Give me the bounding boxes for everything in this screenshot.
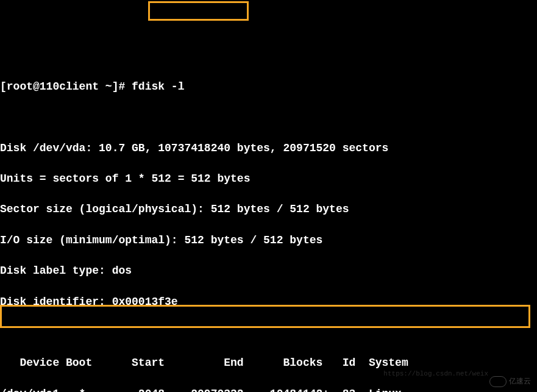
disk-units: Units = sectors of 1 * 512 = 512 bytes bbox=[0, 171, 537, 187]
disk-label: Disk label type: dos bbox=[0, 263, 537, 279]
terminal-output: [root@110client ~]# fdisk -l Disk /dev/v… bbox=[0, 62, 537, 392]
highlight-command-box bbox=[148, 1, 249, 21]
partition-row: /dev/vda1 * 2048 20970332 10484142+ 83 L… bbox=[0, 387, 537, 392]
disk-io: I/O size (minimum/optimal): 512 bytes / … bbox=[0, 233, 537, 248]
disk-identifier: Disk identifier: 0x00013f3e bbox=[0, 294, 537, 310]
disk-header: Disk /dev/vda: 10.7 GB, 10737418240 byte… bbox=[0, 141, 537, 156]
prompt-line[interactable]: [root@110client ~]# fdisk -l bbox=[0, 79, 537, 94]
watermark: 亿速云 bbox=[489, 376, 531, 387]
blank-line bbox=[0, 110, 537, 125]
disk-sector: Sector size (logical/physical): 512 byte… bbox=[0, 202, 537, 217]
command-text: fdisk -l bbox=[132, 80, 184, 93]
watermark-brand: 亿速云 bbox=[509, 377, 531, 387]
cloud-icon bbox=[489, 376, 507, 387]
watermark-url: https://blog.csdn.net/weix bbox=[383, 369, 488, 379]
blank-line bbox=[0, 325, 537, 340]
prompt-prefix: [root@110client ~]# bbox=[0, 80, 132, 93]
